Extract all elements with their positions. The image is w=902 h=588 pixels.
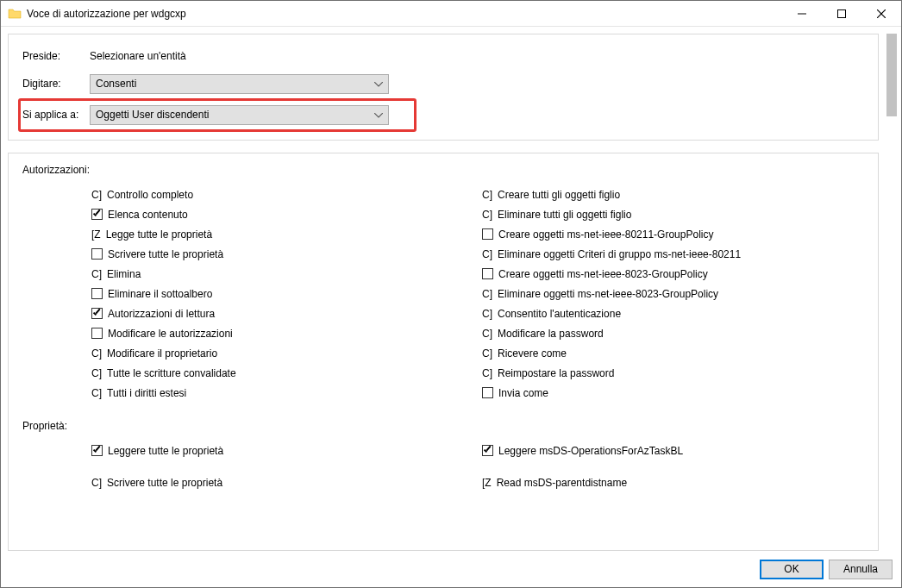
checkbox[interactable]	[91, 328, 103, 339]
list-item: C]Eliminare oggetti Criteri di gruppo ms…	[482, 244, 864, 264]
checkbox[interactable]	[482, 387, 493, 398]
minimize-button[interactable]	[782, 1, 822, 26]
maximize-button[interactable]	[822, 1, 861, 26]
checkbox-glyph[interactable]: C]	[91, 477, 102, 489]
checkbox[interactable]	[91, 248, 103, 260]
list-item: C]Consentito l'autenticazione	[482, 303, 864, 323]
list-item: C]Ricevere come	[482, 343, 864, 363]
item-label: Scrivere tutte le proprietà	[108, 248, 223, 260]
window-controls	[782, 1, 901, 26]
type-row: Digitare: Consenti	[22, 72, 864, 95]
checkbox-glyph[interactable]: C]	[482, 288, 492, 300]
type-value: Consenti	[96, 78, 371, 90]
checkbox-glyph[interactable]: C]	[482, 209, 492, 221]
titlebar: Voce di autorizzazione per wdgcxp	[1, 1, 901, 27]
checkbox-glyph[interactable]: C]	[482, 248, 492, 260]
item-label: Creare tutti gli oggetti figlio	[498, 189, 620, 201]
item-label: Elenca contenuto	[108, 209, 188, 221]
applies-to-row: Si applica a: Oggetti User discendenti	[22, 103, 864, 126]
top-panel: Preside: Selezionare un'entità Digitare:…	[8, 34, 879, 141]
list-item: C]Creare tutti gli oggetti figlio	[482, 185, 864, 204]
permissions-col-right: C]Creare tutti gli oggetti figlioC]Elimi…	[473, 185, 864, 403]
permissions-col-left: C]Controllo completoElenca contenuto[ZLe…	[22, 185, 473, 403]
item-label: Creare oggetti ms-net-ieee-8023-GroupPol…	[498, 268, 708, 280]
checkbox-glyph[interactable]: C]	[482, 308, 492, 320]
close-button[interactable]	[861, 1, 901, 26]
type-combobox[interactable]: Consenti	[90, 74, 389, 94]
dialog-window: Voce di autorizzazione per wdgcxp Presid…	[0, 0, 902, 588]
checkbox[interactable]	[91, 288, 103, 299]
item-label: Eliminare oggetti ms-net-ieee-8023-Group…	[498, 288, 718, 300]
vertical-scrollbar[interactable]	[886, 34, 898, 544]
item-label: Modificare le autorizzazioni	[108, 328, 233, 340]
checkbox-glyph[interactable]: C]	[91, 268, 102, 280]
checkbox-glyph[interactable]: C]	[482, 367, 492, 379]
permissions-panel: Autorizzazioni: C]Controllo completoElen…	[8, 153, 879, 551]
list-item: C]Scrivere tutte le proprietà	[91, 472, 473, 492]
item-label: Elimina	[107, 268, 141, 280]
checkbox-glyph[interactable]: C]	[91, 367, 102, 379]
properties-label: Proprietà:	[22, 420, 864, 432]
checkbox[interactable]	[91, 209, 103, 220]
checkbox[interactable]	[482, 228, 493, 240]
item-label: Creare oggetti ms-net-ieee-80211-GroupPo…	[498, 228, 713, 241]
list-item: C]Elimina	[91, 264, 473, 284]
list-item: Modificare le autorizzazioni	[91, 323, 473, 343]
checkbox-glyph[interactable]: C]	[91, 189, 102, 201]
checkbox[interactable]	[91, 445, 103, 456]
item-label: Eliminare tutti gli oggetti figlio	[498, 209, 631, 221]
checkbox[interactable]	[91, 308, 103, 319]
applies-to-combobox[interactable]: Oggetti User discendenti	[90, 105, 389, 125]
item-label: Tutti i diritti estesi	[107, 387, 186, 399]
list-item: C]Reimpostare la password	[482, 363, 864, 383]
list-item: C]Eliminare oggetti ms-net-ieee-8023-Gro…	[482, 284, 864, 303]
checkbox-glyph[interactable]: C]	[91, 387, 102, 399]
item-label: Scrivere tutte le proprietà	[107, 477, 222, 489]
list-item: Eliminare il sottoalbero	[91, 284, 473, 303]
item-label: Read msDS-parentdistname	[497, 477, 627, 489]
checkbox-glyph[interactable]: [Z	[91, 228, 101, 241]
checkbox[interactable]	[482, 445, 493, 456]
folder-icon	[8, 7, 22, 21]
ok-button[interactable]: OK	[760, 560, 824, 579]
cancel-button[interactable]: Annulla	[829, 560, 893, 579]
list-item: C]Tutte le scritture convalidate	[91, 363, 473, 383]
properties-col-right: Leggere msDS-OperationsForAzTaskBL[ZRead…	[473, 441, 864, 492]
item-label: Leggere msDS-OperationsForAzTaskBL	[498, 445, 683, 457]
properties-col-left: Leggere tutte le proprietàC]Scrivere tut…	[22, 441, 473, 492]
client-area: Preside: Selezionare un'entità Digitare:…	[1, 27, 901, 551]
checkbox[interactable]	[482, 268, 493, 279]
item-label: Ricevere come	[498, 347, 567, 360]
select-principal-link[interactable]: Selezionare un'entità	[90, 50, 186, 62]
window-title: Voce di autorizzazione per wdgcxp	[27, 8, 782, 20]
checkbox-glyph[interactable]: C]	[91, 347, 102, 360]
item-label: Eliminare il sottoalbero	[108, 288, 212, 300]
checkbox-glyph[interactable]: [Z	[482, 477, 492, 489]
item-label: Leggere tutte le proprietà	[108, 445, 223, 457]
checkbox-glyph[interactable]: C]	[482, 189, 492, 201]
list-item: Leggere msDS-OperationsForAzTaskBL	[482, 441, 864, 460]
item-label: Consentito l'autenticazione	[498, 308, 621, 320]
permissions-label: Autorizzazioni:	[22, 164, 864, 176]
list-item: Creare oggetti ms-net-ieee-80211-GroupPo…	[482, 224, 864, 244]
list-item: [ZLegge tutte le proprietà	[91, 224, 473, 244]
principal-row: Preside: Selezionare un'entità	[22, 45, 864, 67]
list-item: [ZRead msDS-parentdistname	[482, 472, 864, 492]
list-item: Scrivere tutte le proprietà	[91, 244, 473, 264]
list-item: Creare oggetti ms-net-ieee-8023-GroupPol…	[482, 264, 864, 284]
list-item: Leggere tutte le proprietà	[91, 441, 473, 460]
list-item: Elenca contenuto	[91, 204, 473, 224]
item-label: Legge tutte le proprietà	[106, 228, 212, 241]
list-item: C]Modificare il proprietario	[91, 343, 473, 363]
item-label: Tutte le scritture convalidate	[107, 367, 236, 379]
checkbox-glyph[interactable]: C]	[482, 328, 492, 340]
scrollbar-thumb[interactable]	[886, 34, 897, 116]
checkbox-glyph[interactable]: C]	[482, 347, 492, 360]
chevron-down-icon	[374, 109, 383, 121]
list-item: C]Eliminare tutti gli oggetti figlio	[482, 204, 864, 224]
type-label: Digitare:	[22, 78, 90, 90]
dialog-footer: OK Annulla	[1, 551, 901, 587]
item-label: Modificare il proprietario	[107, 347, 217, 360]
item-label: Reimpostare la password	[498, 367, 614, 379]
item-label: Eliminare oggetti Criteri di gruppo ms-n…	[498, 248, 741, 260]
